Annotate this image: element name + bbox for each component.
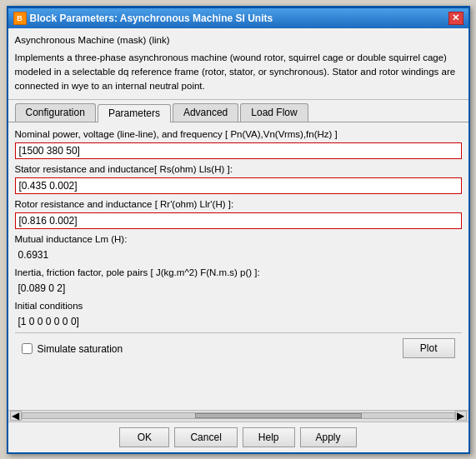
rotor-field-group: Rotor resistance and inductance [ Rr'(oh…	[15, 197, 462, 229]
horizontal-scrollbar[interactable]: ◀ ▶	[8, 410, 468, 422]
window-body: Asynchronous Machine (mask) (link) Imple…	[8, 28, 468, 452]
initial-field-group: Initial conditions [1 0 0 0 0 0 0]	[15, 299, 462, 329]
footer-buttons: OK Cancel Help Apply	[8, 422, 468, 452]
simulate-saturation-label: Simulate saturation	[38, 343, 123, 355]
rotor-label: Rotor resistance and inductance [ Rr'(oh…	[15, 197, 462, 211]
plot-button[interactable]: Plot	[403, 338, 455, 358]
main-window: B Block Parameters: Asynchronous Machine…	[7, 6, 470, 454]
inertia-label: Inertia, friction factor, pole pairs [ J…	[15, 266, 462, 279]
bottom-bar: Simulate saturation Plot	[15, 332, 462, 363]
rotor-value[interactable]: [0.816 0.002]	[15, 212, 462, 229]
scroll-left-arrow[interactable]: ◀	[10, 411, 22, 421]
inertia-value[interactable]: [0.089 0 2]	[15, 281, 462, 296]
nominal-label: Nominal power, voltage (line-line), and …	[15, 127, 462, 141]
inertia-field-group: Inertia, friction factor, pole pairs [ J…	[15, 266, 462, 296]
nominal-field-group: Nominal power, voltage (line-line), and …	[15, 127, 462, 159]
tabs-bar: Configuration Parameters Advanced Load F…	[8, 100, 468, 122]
scroll-thumb[interactable]	[195, 413, 362, 418]
initial-value[interactable]: [1 0 0 0 0 0 0]	[15, 314, 462, 329]
stator-field-group: Stator resistance and inductance[ Rs(ohm…	[15, 162, 462, 194]
mutual-field-group: Mutual inductance Lm (H): 0.6931	[15, 232, 462, 262]
scroll-track[interactable]	[22, 412, 455, 419]
window-icon: B	[13, 12, 27, 25]
scroll-right-arrow[interactable]: ▶	[455, 411, 467, 421]
description-header: Asynchronous Machine (mask) (link)	[15, 33, 462, 47]
description-area: Asynchronous Machine (mask) (link) Imple…	[8, 28, 468, 100]
mutual-value[interactable]: 0.6931	[15, 247, 462, 262]
ok-button[interactable]: OK	[119, 427, 169, 447]
apply-button[interactable]: Apply	[300, 427, 357, 447]
cancel-button[interactable]: Cancel	[174, 427, 237, 447]
tab-advanced[interactable]: Advanced	[173, 103, 238, 122]
initial-label: Initial conditions	[15, 299, 462, 312]
close-button[interactable]: ✕	[448, 12, 463, 25]
help-button[interactable]: Help	[243, 427, 295, 447]
tab-configuration[interactable]: Configuration	[15, 103, 96, 122]
tab-parameters[interactable]: Parameters	[98, 104, 171, 122]
description-body: Implements a three-phase asynchronous ma…	[15, 51, 462, 94]
stator-label: Stator resistance and inductance[ Rs(ohm…	[15, 162, 462, 176]
simulate-saturation-checkbox[interactable]	[22, 343, 33, 354]
stator-value[interactable]: [0.435 0.002]	[15, 177, 462, 194]
title-bar-left: B Block Parameters: Asynchronous Machine…	[13, 12, 273, 25]
content-area: Nominal power, voltage (line-line), and …	[8, 122, 468, 410]
window-title: Block Parameters: Asynchronous Machine S…	[30, 12, 273, 24]
title-bar: B Block Parameters: Asynchronous Machine…	[8, 8, 468, 28]
mutual-label: Mutual inductance Lm (H):	[15, 232, 462, 246]
tab-load-flow[interactable]: Load Flow	[240, 103, 308, 122]
simulate-saturation-row: Simulate saturation	[22, 343, 123, 355]
nominal-value[interactable]: [1500 380 50]	[15, 142, 462, 159]
